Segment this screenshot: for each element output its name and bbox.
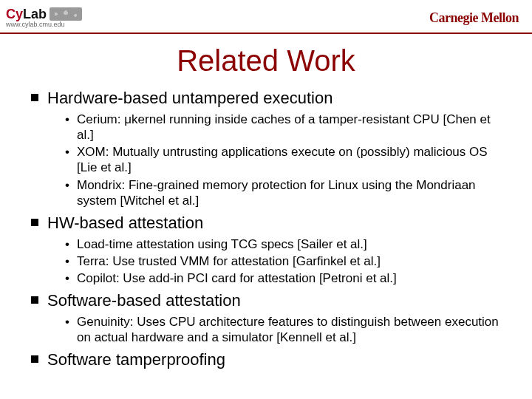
section-items: Genuinity: Uses CPU architecture feature… xyxy=(31,314,510,346)
slide-title: Related Work xyxy=(0,44,532,78)
section-heading-text: Hardware-based untampered execution xyxy=(47,88,332,109)
logo-part-cy: Cy xyxy=(6,7,23,21)
list-item: XOM: Mutually untrusting applications ex… xyxy=(65,144,510,176)
list-item: Copilot: Use add-in PCI card for attesta… xyxy=(65,270,510,286)
section-heading: Software-based attestation xyxy=(31,290,510,311)
slide-header: CyLab www.cylab.cmu.edu Carnegie Mellon xyxy=(0,0,532,34)
section-hw-untampered: Hardware-based untampered execution Ceri… xyxy=(31,88,510,208)
list-item: Cerium: μkernel running inside caches of… xyxy=(65,112,510,143)
square-bullet-icon xyxy=(31,296,38,304)
cylab-url: www.cylab.cmu.edu xyxy=(6,21,82,28)
section-items: Cerium: μkernel running inside caches of… xyxy=(31,112,510,209)
section-sw-attestation: Software-based attestation Genuinity: Us… xyxy=(31,290,510,345)
slide: CyLab www.cylab.cmu.edu Carnegie Mellon … xyxy=(0,0,532,399)
square-bullet-icon xyxy=(31,94,38,101)
section-heading: Software tamperproofing xyxy=(31,349,510,370)
carnegie-mellon-logo: Carnegie Mellon xyxy=(429,10,519,26)
globe-icon xyxy=(50,7,82,21)
section-heading: Hardware-based untampered execution xyxy=(31,88,510,109)
section-heading-text: HW-based attestation xyxy=(47,213,203,233)
list-item: Load-time attestation using TCG specs [S… xyxy=(65,236,510,252)
slide-content: Hardware-based untampered execution Ceri… xyxy=(0,88,532,370)
logo-part-lab: Lab xyxy=(23,7,47,21)
square-bullet-icon xyxy=(31,219,38,226)
section-heading-text: Software-based attestation xyxy=(47,290,241,311)
cylab-brand: CyLab xyxy=(6,7,82,21)
section-heading: HW-based attestation xyxy=(31,213,510,233)
section-sw-tamperproofing: Software tamperproofing xyxy=(31,349,510,370)
list-item: Genuinity: Uses CPU architecture feature… xyxy=(65,314,510,346)
section-hw-attestation: HW-based attestation Load-time attestati… xyxy=(31,213,510,286)
cylab-logo: CyLab www.cylab.cmu.edu xyxy=(6,7,82,28)
square-bullet-icon xyxy=(31,355,38,363)
list-item: Mondrix: Fine-grained memory protection … xyxy=(65,177,510,209)
list-item: Terra: Use trusted VMM for attestation [… xyxy=(65,253,510,269)
section-items: Load-time attestation using TCG specs [S… xyxy=(31,236,510,287)
section-heading-text: Software tamperproofing xyxy=(47,349,225,370)
